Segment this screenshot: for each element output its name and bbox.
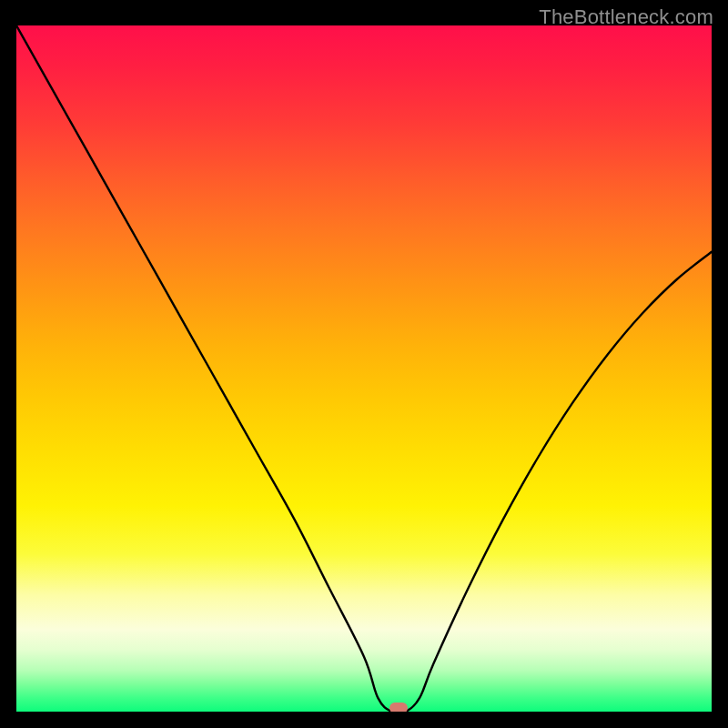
optimal-point-marker — [389, 703, 408, 712]
plot-area — [16, 25, 712, 712]
bottleneck-curve — [16, 25, 712, 712]
chart-frame: TheBottleneck.com — [0, 0, 728, 728]
watermark-text: TheBottleneck.com — [539, 5, 713, 29]
